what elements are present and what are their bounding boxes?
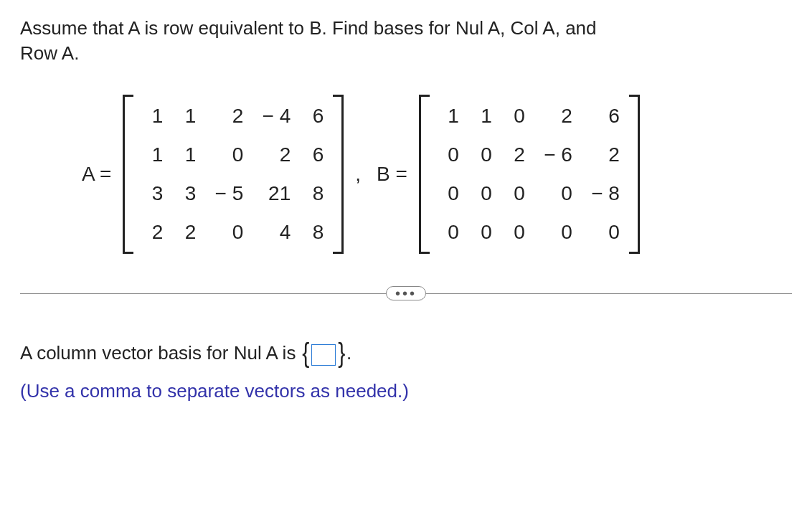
bracket-left-icon [123, 95, 133, 254]
matrix-cell: 0 [472, 143, 492, 166]
matrix-b-grid: 1 1 0 2 6 0 0 2 − 6 2 0 0 0 0 − 8 0 0 0 … [429, 95, 630, 254]
matrix-cell: 6 [303, 143, 324, 166]
ellipsis-icon: ••• [395, 287, 417, 300]
matrix-cell: 0 [439, 182, 459, 205]
matrix-cell: 1 [176, 105, 196, 128]
matrix-cell: 6 [585, 105, 620, 128]
matrix-cell: 2 [538, 105, 572, 128]
bracket-left-icon [419, 95, 429, 254]
matrix-cell: 6 [303, 105, 324, 128]
matrix-cell: − 4 [256, 105, 291, 128]
matrix-cell: − 6 [538, 143, 572, 166]
matrix-cell: 1 [176, 143, 196, 166]
answer-input[interactable] [311, 344, 336, 366]
matrix-cell: − 5 [209, 182, 243, 205]
divider-line [20, 293, 387, 294]
matrix-cell: 0 [505, 221, 525, 244]
matrix-cell: 2 [585, 143, 620, 166]
brace-left-icon: { [302, 331, 309, 375]
matrix-cell: 0 [505, 105, 525, 128]
bracket-right-icon [334, 95, 344, 254]
matrix-cell: 0 [439, 143, 459, 166]
answer-prompt: A column vector basis for Nul A is [20, 342, 301, 364]
matrix-cell: 8 [303, 221, 324, 244]
matrix-cell: 21 [256, 182, 291, 205]
matrix-b-label: B = [377, 163, 407, 186]
matrix-cell: 1 [439, 105, 459, 128]
section-divider: ••• [20, 286, 792, 300]
answer-period: . [346, 342, 351, 364]
matrix-cell: 2 [143, 221, 163, 244]
matrices-row: A = 1 1 2 − 4 6 1 1 0 2 6 3 3 − 5 21 8 2… [77, 95, 792, 254]
matrix-cell: 0 [538, 221, 572, 244]
matrix-separator: , [355, 163, 361, 186]
matrix-cell: 2 [505, 143, 525, 166]
matrix-cell: 2 [209, 105, 243, 128]
matrix-cell: 0 [209, 143, 243, 166]
matrix-cell: 0 [439, 221, 459, 244]
matrix-cell: 8 [303, 182, 324, 205]
question-text: Assume that A is row equivalent to B. Fi… [20, 16, 792, 66]
divider-line [425, 293, 792, 294]
matrix-cell: 4 [256, 221, 291, 244]
matrix-cell: 3 [176, 182, 196, 205]
matrix-cell: 0 [472, 221, 492, 244]
matrix-cell: 0 [505, 182, 525, 205]
question-line-1: Assume that A is row equivalent to B. Fi… [20, 17, 597, 39]
matrix-cell: 0 [209, 221, 243, 244]
matrix-cell: 0 [538, 182, 572, 205]
matrix-b: 1 1 0 2 6 0 0 2 − 6 2 0 0 0 0 − 8 0 0 0 … [419, 95, 640, 254]
matrix-cell: 1 [472, 105, 492, 128]
matrix-cell: 0 [585, 221, 620, 244]
matrix-cell: 0 [472, 182, 492, 205]
matrix-cell: 2 [256, 143, 291, 166]
matrix-a-label: A = [82, 163, 111, 186]
matrix-cell: 2 [176, 221, 196, 244]
matrix-cell: 1 [143, 143, 163, 166]
matrix-cell: 3 [143, 182, 163, 205]
expand-ellipsis-button[interactable]: ••• [386, 286, 426, 300]
matrix-a-grid: 1 1 2 − 4 6 1 1 0 2 6 3 3 − 5 21 8 2 2 0… [133, 95, 334, 254]
answer-section: A column vector basis for Nul A is {}. (… [20, 333, 792, 406]
matrix-a: 1 1 2 − 4 6 1 1 0 2 6 3 3 − 5 21 8 2 2 0… [123, 95, 344, 254]
bracket-right-icon [630, 95, 640, 254]
matrix-cell: 1 [143, 105, 163, 128]
answer-hint: (Use a comma to separate vectors as need… [20, 380, 409, 402]
matrix-cell: − 8 [585, 182, 620, 205]
question-line-2: Row A. [20, 42, 79, 64]
brace-right-icon: } [339, 331, 346, 375]
